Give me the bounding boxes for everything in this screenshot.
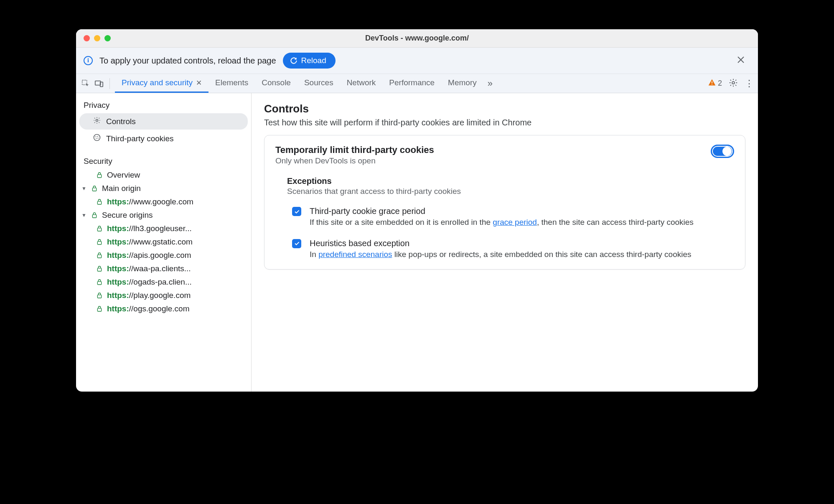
- tab-console[interactable]: Console: [255, 74, 297, 93]
- sidebar-item-controls[interactable]: Controls: [79, 113, 248, 130]
- sidebar-item-third-party-cookies[interactable]: Third-party cookies: [79, 130, 248, 147]
- origin-item[interactable]: https://ogads-pa.clien...: [76, 275, 251, 289]
- close-window-button[interactable]: [84, 35, 90, 41]
- tab-label: Network: [347, 78, 376, 87]
- tree-label: Main origin: [102, 184, 141, 193]
- settings-button[interactable]: [729, 78, 738, 89]
- reload-label: Reload: [301, 56, 326, 65]
- reload-button[interactable]: Reload: [283, 53, 336, 69]
- issues-count: 2: [718, 79, 722, 88]
- lock-icon: [95, 265, 104, 272]
- svg-rect-18: [97, 255, 101, 258]
- gear-icon: [93, 116, 101, 127]
- tree-main-origin[interactable]: ▼ Main origin: [76, 182, 251, 195]
- origin-host: //ogs.google.com: [129, 304, 190, 313]
- origin-scheme: https:: [107, 304, 129, 313]
- svg-rect-21: [97, 295, 101, 298]
- origin-item[interactable]: https://waa-pa.clients...: [76, 262, 251, 275]
- origin-item[interactable]: https://lh3.googleuser...: [76, 222, 251, 235]
- svg-point-9: [97, 136, 98, 137]
- origin-scheme: https:: [107, 224, 129, 233]
- minimize-window-button[interactable]: [94, 35, 100, 41]
- close-icon: [737, 56, 745, 64]
- origin-item[interactable]: https://ogs.google.com: [76, 302, 251, 316]
- origin-scheme: https:: [107, 237, 129, 246]
- cookie-icon: [93, 133, 101, 144]
- lock-icon: [95, 292, 104, 299]
- exception-heuristics: Heuristics based exception In predefined…: [287, 237, 734, 260]
- exception-title: Heuristics based exception: [310, 237, 734, 249]
- tree-secure-origins[interactable]: ▼ Secure origins: [76, 209, 251, 222]
- card-header: Temporarily limit third-party cookies On…: [275, 145, 734, 165]
- svg-rect-1: [95, 81, 101, 85]
- tab-close-button[interactable]: ✕: [196, 79, 202, 87]
- sidebar: Privacy Controls Third-party cookies Sec…: [76, 93, 252, 392]
- tab-label: Privacy and security: [122, 78, 193, 87]
- lock-icon: [95, 199, 104, 205]
- devtools-toolbar: Privacy and security ✕ Elements Console …: [76, 74, 758, 93]
- origin-host: //apis.google.com: [129, 251, 191, 260]
- svg-point-7: [94, 135, 100, 141]
- origin-scheme: https:: [107, 277, 129, 286]
- zoom-window-button[interactable]: [104, 35, 111, 41]
- lock-icon: [95, 225, 104, 232]
- tab-label: Memory: [448, 78, 477, 87]
- tab-label: Sources: [304, 78, 333, 87]
- infobar: i To apply your updated controls, reload…: [76, 48, 758, 74]
- tab-label: Performance: [389, 78, 435, 87]
- svg-rect-20: [97, 282, 101, 285]
- origin-host: //waa-pa.clients...: [129, 264, 191, 273]
- more-tabs-button[interactable]: »: [483, 78, 496, 89]
- origin-scheme: https:: [107, 291, 129, 300]
- panel-body: Privacy Controls Third-party cookies Sec…: [76, 93, 758, 392]
- tab-elements[interactable]: Elements: [208, 74, 255, 93]
- origin-item[interactable]: https://apis.google.com: [76, 249, 251, 262]
- svg-point-5: [732, 81, 735, 84]
- origin-host: //www.gstatic.com: [129, 237, 193, 246]
- predefined-scenarios-link[interactable]: predefined scenarios: [318, 250, 392, 259]
- svg-rect-3: [712, 81, 712, 84]
- sidebar-item-overview[interactable]: Overview: [76, 168, 251, 182]
- grace-period-checkbox[interactable]: [292, 207, 301, 216]
- lock-icon: [95, 172, 104, 178]
- tab-privacy-and-security[interactable]: Privacy and security ✕: [115, 74, 208, 93]
- reload-icon: [290, 56, 298, 65]
- issues-button[interactable]: 2: [708, 78, 722, 89]
- exception-title: Third-party cookie grace period: [310, 205, 734, 217]
- lock-icon: [90, 212, 99, 219]
- gear-icon: [729, 78, 738, 87]
- tab-performance[interactable]: Performance: [382, 74, 441, 93]
- tab-sources[interactable]: Sources: [297, 74, 340, 93]
- svg-rect-16: [97, 228, 101, 231]
- heuristics-checkbox[interactable]: [292, 239, 301, 248]
- panel-tabs: Privacy and security ✕ Elements Console …: [115, 74, 496, 93]
- grace-period-link[interactable]: grace period: [493, 218, 537, 227]
- origin-host: //ogads-pa.clien...: [129, 277, 192, 286]
- svg-point-11: [97, 138, 98, 139]
- infobar-close-button[interactable]: [734, 53, 748, 68]
- svg-point-8: [95, 136, 96, 137]
- origin-main[interactable]: https://www.google.com: [76, 195, 251, 209]
- limit-cookies-toggle[interactable]: [711, 145, 734, 158]
- origin-item[interactable]: https://www.gstatic.com: [76, 235, 251, 249]
- lock-icon: [95, 305, 104, 312]
- origin-item[interactable]: https://play.google.com: [76, 289, 251, 302]
- svg-rect-22: [97, 308, 101, 311]
- svg-rect-4: [712, 84, 712, 85]
- device-toolbar-icon[interactable]: [94, 78, 104, 89]
- chevron-down-icon: ▼: [81, 212, 87, 218]
- inspect-element-icon[interactable]: [80, 78, 91, 89]
- more-options-button[interactable]: ⋮: [745, 78, 754, 89]
- svg-rect-13: [92, 188, 96, 191]
- tab-network[interactable]: Network: [340, 74, 383, 93]
- exceptions-subtitle: Scenarios that grant access to third-par…: [287, 187, 734, 196]
- info-icon: i: [84, 56, 93, 65]
- chevron-down-icon: ▼: [81, 186, 87, 191]
- origin-scheme: https:: [107, 197, 129, 206]
- toggle-knob: [722, 147, 732, 156]
- tab-memory[interactable]: Memory: [441, 74, 483, 93]
- svg-rect-12: [97, 175, 101, 178]
- exception-grace-period: Third-party cookie grace period If this …: [287, 205, 734, 228]
- origin-scheme: https:: [107, 264, 129, 273]
- window-title: DevTools - www.google.com/: [76, 34, 758, 43]
